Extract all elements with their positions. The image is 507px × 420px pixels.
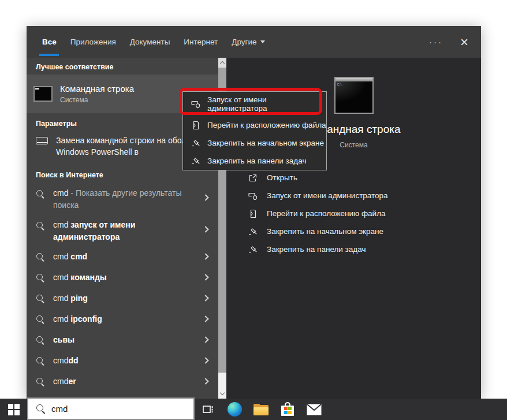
scrollbar-down-button[interactable] [218, 389, 226, 399]
taskbar [0, 399, 507, 420]
action-open[interactable]: Открыть [226, 169, 481, 187]
screenshot-canvas: Все Приложения Документы Интернет Другие… [0, 0, 507, 420]
context-pin-to-start[interactable]: Закрепить на начальном экране [183, 134, 326, 152]
web-suggestion-row[interactable]: cmd ipconfig [27, 309, 218, 329]
chevron-right-icon[interactable] [202, 274, 208, 280]
web-suggestion-row[interactable]: cmd запуск от имени администратора [27, 214, 218, 246]
suggestion-completion: ipconfig [70, 314, 102, 324]
action-pin-to-taskbar[interactable]: Закрепить на панели задач [226, 240, 481, 258]
context-item-label: Перейти к расположению файла [207, 121, 326, 129]
web-suggestion-row[interactable]: cmder [27, 371, 218, 392]
action-label: Перейти к расположению файла [267, 209, 386, 218]
suggestion-typed: cmd [53, 356, 68, 365]
search-icon [36, 356, 44, 365]
chevron-right-icon[interactable] [202, 194, 208, 200]
chevron-right-icon[interactable] [202, 226, 208, 232]
pin-icon [191, 156, 200, 166]
edge-icon [228, 402, 242, 417]
tab-web[interactable]: Интернет [184, 26, 218, 58]
search-icon [36, 315, 44, 324]
suggestion-text: cmd ping [53, 292, 189, 304]
suggestion-typed: cmd [53, 377, 68, 386]
close-icon[interactable]: × [460, 35, 468, 49]
chevron-right-icon[interactable] [202, 336, 208, 343]
context-item-label: Закрепить на начальном экране [207, 139, 324, 147]
suggestion-completion: cmd [70, 252, 87, 261]
chevron-right-icon[interactable] [202, 253, 208, 259]
action-pin-to-start[interactable]: Закрепить на начальном экране [226, 222, 481, 240]
context-pin-to-taskbar[interactable]: Закрепить на панели задач [183, 152, 326, 170]
tab-more[interactable]: Другие [232, 26, 265, 58]
suggestion-text: cmd cmd [53, 251, 189, 263]
chevron-right-icon[interactable] [202, 315, 208, 322]
suggestion-typed: cmd [53, 314, 70, 324]
file-explorer-button[interactable] [248, 399, 274, 420]
suggestion-text: cmd ipconfig [53, 313, 189, 325]
chevron-right-icon[interactable] [202, 357, 208, 363]
tab-web-label: Интернет [184, 38, 218, 46]
suggestion-text: cmder [53, 376, 189, 388]
action-label: Открыть [267, 173, 297, 182]
search-icon [36, 252, 44, 261]
context-item-label: Запуск от имени администратора [207, 95, 326, 113]
mail-button[interactable] [301, 399, 327, 420]
run-as-admin-shield-icon [248, 191, 258, 200]
suggestion-completion: ping [70, 293, 88, 303]
suggestion-text: cmddd [53, 355, 189, 367]
web-suggestion-row[interactable]: сьвы [27, 329, 218, 350]
context-item-label: Закрепить на панели задач [207, 157, 306, 165]
pin-icon [191, 138, 200, 148]
action-label: Запуск от имени администратора [267, 191, 388, 200]
chevron-right-icon[interactable] [202, 295, 208, 301]
file-location-folder-icon [248, 209, 258, 218]
web-suggestion-row[interactable]: cmd cmd [27, 246, 218, 267]
context-run-as-admin[interactable]: Запуск от имени администратора [183, 92, 326, 116]
windows-logo-icon [8, 404, 19, 415]
action-open-file-location[interactable]: Перейти к расположению файла [226, 205, 481, 222]
web-suggestion-row[interactable]: cmddd [27, 350, 218, 371]
scrollbar-up-button[interactable] [218, 58, 226, 68]
tab-apps-label: Приложения [70, 38, 116, 46]
preview-actions-list: Открыть Запуск от имени администратора П… [226, 169, 481, 258]
file-explorer-icon [254, 404, 269, 415]
microsoft-store-icon [281, 402, 294, 417]
taskbar-search-box[interactable] [27, 397, 195, 420]
best-match-subtitle: Система [60, 96, 134, 104]
taskbar-search-input[interactable] [51, 404, 167, 414]
tab-documents-label: Документы [130, 38, 170, 46]
run-as-admin-shield-icon [191, 99, 200, 109]
tab-more-label: Другие [232, 38, 256, 46]
task-view-button[interactable] [195, 399, 221, 420]
cmd-app-icon-large: C:\. [334, 77, 374, 114]
web-suggestion-row[interactable]: cmd - Показать другие результаты поиска [27, 183, 218, 214]
edge-browser-button[interactable] [221, 399, 248, 420]
suggestion-hint: - Показать другие результаты поиска [53, 188, 182, 210]
suggestion-typed: cmd [53, 273, 70, 282]
web-suggestion-row[interactable]: cmd команды [27, 267, 218, 288]
more-options-icon[interactable]: ··· [429, 37, 443, 47]
tab-all[interactable]: Все [42, 26, 57, 58]
best-match-title: Командная строка [60, 84, 134, 94]
web-suggestion-row[interactable]: cmd ping [27, 288, 218, 309]
action-run-as-admin[interactable]: Запуск от имени администратора [226, 187, 481, 205]
start-button[interactable] [0, 399, 27, 420]
action-label: Закрепить на панели задач [267, 245, 366, 254]
microsoft-store-button[interactable] [274, 399, 301, 420]
suggestion-completion: сьвы [53, 335, 74, 344]
suggestion-completion: команды [70, 273, 106, 282]
pin-icon [248, 244, 258, 254]
chevron-down-icon [260, 40, 265, 43]
search-icon [36, 273, 44, 282]
cmd-icon-prompt-text: C:\. [337, 83, 342, 86]
chevron-down-icon [219, 391, 224, 395]
best-match-texts: Командная строка Система [60, 84, 134, 104]
chevron-right-icon[interactable] [202, 378, 208, 384]
tab-apps[interactable]: Приложения [70, 26, 116, 58]
file-location-folder-icon [191, 120, 200, 130]
console-icon [36, 137, 48, 144]
context-open-file-location[interactable]: Перейти к расположению файла [183, 116, 326, 134]
tab-documents[interactable]: Документы [130, 26, 170, 58]
search-icon [36, 294, 44, 303]
cmd-app-icon [33, 86, 53, 102]
tabs-bar-right: ··· × [429, 35, 481, 49]
